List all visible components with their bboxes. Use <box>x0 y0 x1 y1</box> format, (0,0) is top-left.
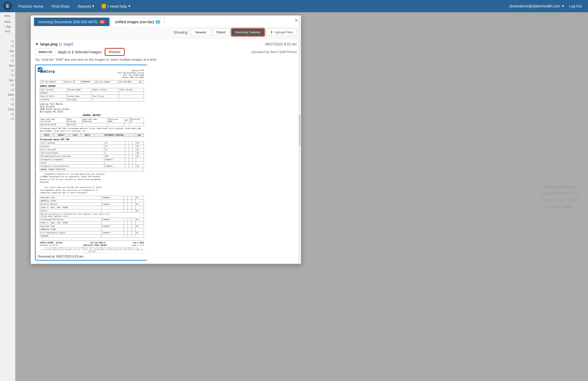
tab-incoming-badge: 14 <box>99 20 105 24</box>
modal-overlay: × Incoming Documents (555-555-9875) 14 U… <box>15 12 588 381</box>
select-all-button[interactable]: Select All <box>35 48 55 55</box>
tab-unfiled-badge: 2 <box>155 20 160 24</box>
document-title: ▼ large.png (1 page) <box>35 42 73 46</box>
sidebar-time-5: :40 <box>0 58 15 63</box>
warning-icon: ! <box>101 4 106 9</box>
action-bar: Select All Apply to 1 Selected Images: R… <box>35 48 297 56</box>
nav-reports[interactable]: Reports ▾ <box>74 0 98 12</box>
app-logo: E <box>3 2 12 11</box>
nav-help[interactable]: ! I need help ▾ <box>98 0 133 12</box>
modal-tabs: Incoming Documents (555-555-9875) 14 Unf… <box>31 16 301 26</box>
modal-close-button[interactable]: × <box>295 18 298 23</box>
sidebar-time-9: 9am <box>0 78 15 83</box>
sidebar-date: Wed, <box>0 12 15 19</box>
image-checkbox[interactable] <box>38 67 42 72</box>
right-hint-text: Group pages into a single document by cl… <box>537 184 583 210</box>
image-received-timestamp: Received at: 09/27/2023 9:23 am <box>36 253 146 260</box>
modal-scrollbar[interactable] <box>298 16 301 264</box>
reports-dropdown-icon: ▾ <box>92 4 94 8</box>
show-recently-deleted-button[interactable]: Recently Deleted <box>231 29 264 36</box>
sidebar-time-3: 7am <box>0 49 15 54</box>
sidebar: Wed, Karly + App Find :20 :40 7am :20 :4… <box>0 12 15 381</box>
restore-button[interactable]: Restore <box>105 48 125 56</box>
document-section: ▼ large.png (1 page) 09/27/2023 9:23 am … <box>31 39 301 264</box>
tab-incoming-label: Incoming Documents (555-555-9875) <box>38 20 97 24</box>
document-pages: (1 page) <box>59 42 73 46</box>
tab-unfiled-label: Unfiled Images (non-fax) <box>115 20 154 24</box>
sidebar-time-7: :20 <box>0 68 15 73</box>
document-filename: large.png <box>40 42 58 46</box>
main-content: × Incoming Documents (555-555-9875) 14 U… <box>15 12 588 381</box>
document-date: 09/27/2023 9:23 am <box>265 42 297 46</box>
collapse-icon[interactable]: ▼ <box>35 42 39 46</box>
showing-label: Showing: <box>174 30 188 34</box>
tab-unfiled-images[interactable]: Unfiled Images (non-fax) 2 <box>111 18 164 26</box>
sidebar-time-10: :20 <box>0 83 15 87</box>
sidebar-time-11: :40 <box>0 87 15 92</box>
right-hint-panel: Group pages into a single document by cl… <box>532 12 588 381</box>
uploaded-by-label: uploaded by Rach Staff Florian <box>251 50 297 54</box>
show-newest-button[interactable]: Newest <box>191 29 210 36</box>
showing-bar: Showing: Newest Oldest Recently Deleted … <box>31 26 301 39</box>
sidebar-time-12: 10am <box>0 92 15 97</box>
sidebar-time-1: :20 <box>0 39 15 44</box>
sidebar-find: Find <box>0 29 15 34</box>
sidebar-time-4: :20 <box>0 54 15 58</box>
scrollbar-thumb <box>299 115 300 145</box>
apply-label: Apply to 1 Selected Images: <box>58 50 102 54</box>
nav-practice-home[interactable]: Practice Home <box>14 0 47 12</box>
tip-text: Tip: Hold the "Shift" key and click on t… <box>35 58 297 61</box>
show-oldest-button[interactable]: Oldest <box>212 29 229 36</box>
user-email[interactable]: doctordemo@elationhealth.com <box>509 4 560 8</box>
sidebar-time-8: :40 <box>0 73 15 78</box>
tab-incoming-documents[interactable]: Incoming Documents (555-555-9875) 14 <box>34 18 109 26</box>
selected-count: 1 <box>72 50 74 54</box>
image-preview: LabCorp LabCorp RTP 1912 TW Alexander Dr… <box>36 65 148 260</box>
sidebar-time-14: :40 <box>0 102 15 107</box>
sidebar-add-button[interactable]: + App <box>0 24 15 29</box>
sidebar-time-13: :20 <box>0 97 15 102</box>
help-dropdown-icon: ▾ <box>128 4 130 8</box>
logout-button[interactable]: Log Out <box>566 4 585 8</box>
nav-find-chart[interactable]: Find Chart <box>47 0 74 12</box>
top-navigation: E Practice Home Find Chart Reports ▾ ! I… <box>0 0 588 12</box>
upload-files-button[interactable]: ⬆ Upload Files <box>266 29 297 36</box>
incoming-documents-modal: × Incoming Documents (555-555-9875) 14 U… <box>31 15 301 264</box>
upload-icon: ⬆ <box>270 30 273 34</box>
document-header: ▼ large.png (1 page) 09/27/2023 9:23 am <box>35 42 297 46</box>
sidebar-time-15: 11am <box>0 107 15 112</box>
sidebar-time-6: 8am <box>0 63 15 68</box>
sidebar-time-16: :20 <box>0 112 15 117</box>
sidebar-time-2: :40 <box>0 44 15 49</box>
sidebar-time-17: :40 <box>0 117 15 121</box>
sidebar-name: Karly <box>0 19 15 24</box>
image-preview-container[interactable]: LabCorp LabCorp RTP 1912 TW Alexander Dr… <box>35 65 147 261</box>
